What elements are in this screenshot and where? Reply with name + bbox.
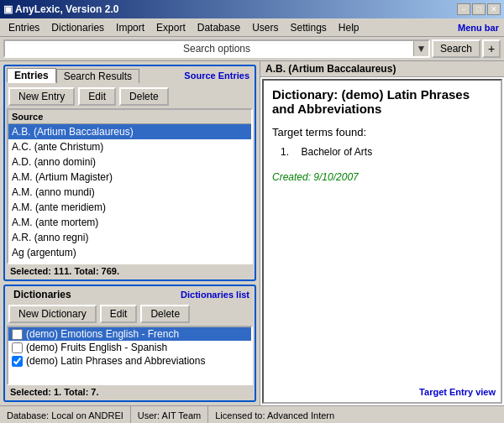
dictionaries-tab[interactable]: Dictionaries [7,288,78,301]
source-entries-label: Source Entries [184,70,253,81]
term-number: 1. [281,146,289,158]
window-controls: − □ ✕ [457,3,501,15]
menu-bar: Entries Dictionaries Import Export Datab… [0,18,504,37]
entries-list[interactable]: Source A.B. (Artium Baccalaureus) A.C. (… [7,108,253,264]
close-button[interactable]: ✕ [487,3,501,15]
entries-section-header: Entries Search Results Source Entries [7,68,253,83]
menu-help[interactable]: Help [333,20,365,35]
list-item[interactable]: A.M. (ante meridiem) [8,200,251,215]
search-button[interactable]: Search [432,39,480,58]
dict-item-label: (demo) Latin Phrases and Abbreviations [26,355,205,367]
list-item[interactable]: A.R. (anno regni) [8,230,251,245]
search-options-label: Search options [183,43,250,55]
edit-dictionary-button[interactable]: Edit [100,305,138,323]
entries-list-header: Source [8,110,251,124]
dictionary-name: Dictionary: (demo) Latin Phrases and Abb… [272,87,492,116]
dict-status: Selected: 1. Total: 7. [7,385,253,399]
search-add-button[interactable]: + [482,39,501,58]
entries-toolbar: New Entry Edit Delete [7,86,253,108]
dict-item[interactable]: (demo) Latin Phrases and Abbreviations [8,354,251,368]
target-terms-label: Target terms found: [272,126,492,138]
right-panel: A.B. (Artium Baccalaureus) Dictionary: (… [260,61,504,405]
status-database: Database: Local on ANDREI [0,406,131,423]
main-layout: Entries Search Results Source Entries Ne… [0,61,504,405]
created-date: Created: 9/10/2007 [272,171,492,183]
title-bar: ▣ AnyLexic, Version 2.0 − □ ✕ [0,0,504,18]
new-entry-button[interactable]: New Entry [8,87,75,106]
new-dictionary-button[interactable]: New Dictionary [8,305,97,323]
menu-settings[interactable]: Settings [285,20,331,35]
dict-checkbox-2[interactable] [12,356,23,367]
entries-status: Selected: 111. Total: 769. [7,264,253,278]
dict-item-label: (demo) Fruits English - Spanish [26,342,167,353]
menu-users[interactable]: Users [247,20,283,35]
search-bar: Search options ▼ Search + [0,37,504,61]
delete-entry-button[interactable]: Delete [119,87,169,106]
dict-item-label: (demo) Emotions English - French [26,328,179,340]
left-panel: Entries Search Results Source Entries Ne… [0,61,260,405]
dict-item[interactable]: (demo) Emotions English - French [8,327,251,341]
dictionaries-list-label: Dictionaries list [181,290,253,300]
status-user: User: AIT Team [131,406,208,423]
status-bar: Database: Local on ANDREI User: AIT Team… [0,405,504,423]
search-dropdown-arrow[interactable]: ▼ [413,41,428,56]
dict-section-header: Dictionaries Dictionaries list [7,288,253,301]
menu-dictionaries[interactable]: Dictionaries [46,20,109,35]
status-license: Licensed to: Advanced Intern [208,406,341,423]
dict-checkbox-0[interactable] [12,329,23,340]
term-item: 1. Bachelor of Arts [281,145,492,158]
term-text: Bachelor of Arts [301,146,372,158]
search-options-combo[interactable]: Search options ▼ [3,39,430,58]
list-item[interactable]: A.D. (anno domini) [8,154,251,170]
right-title-bar: A.B. (Artium Baccalaureus) [260,61,504,77]
list-item[interactable]: A.B. (Artium Baccalaureus) [8,124,251,139]
list-item[interactable]: A.M. (anno mundi) [8,185,251,200]
menu-bar-label: Menu bar [458,23,499,33]
menu-import[interactable]: Import [111,20,150,35]
dictionaries-section: Dictionaries Dictionaries list New Dicti… [3,285,256,402]
app-title: ▣ AnyLexic, Version 2.0 [3,3,118,15]
dict-toolbar: New Dictionary Edit Delete [7,303,253,326]
right-content: Dictionary: (demo) Latin Phrases and Abb… [262,79,502,404]
minimize-button[interactable]: − [457,3,470,15]
app-icon: ▣ [3,3,13,15]
maximize-button[interactable]: □ [472,3,486,15]
tab-entries[interactable]: Entries [7,68,56,83]
entries-section: Entries Search Results Source Entries Ne… [3,65,256,281]
target-entry-view-label: Target Entry view [419,387,496,397]
menu-export[interactable]: Export [151,20,191,35]
dict-checkbox-1[interactable] [12,342,23,353]
dictionaries-list[interactable]: (demo) Emotions English - French (demo) … [7,326,253,385]
list-item[interactable]: A.M. (Artium Magister) [8,170,251,185]
edit-entry-button[interactable]: Edit [78,87,116,106]
list-item[interactable]: A.C. (ante Christum) [8,139,251,154]
menu-database[interactable]: Database [192,20,245,35]
dict-item[interactable]: (demo) Fruits English - Spanish [8,341,251,354]
tab-search-results[interactable]: Search Results [56,69,139,83]
delete-dictionary-button[interactable]: Delete [140,305,190,323]
list-item[interactable]: A.M. (ante mortem) [8,215,251,230]
list-item[interactable]: Ag (argentum) [8,245,251,260]
menu-entries[interactable]: Entries [3,20,45,35]
